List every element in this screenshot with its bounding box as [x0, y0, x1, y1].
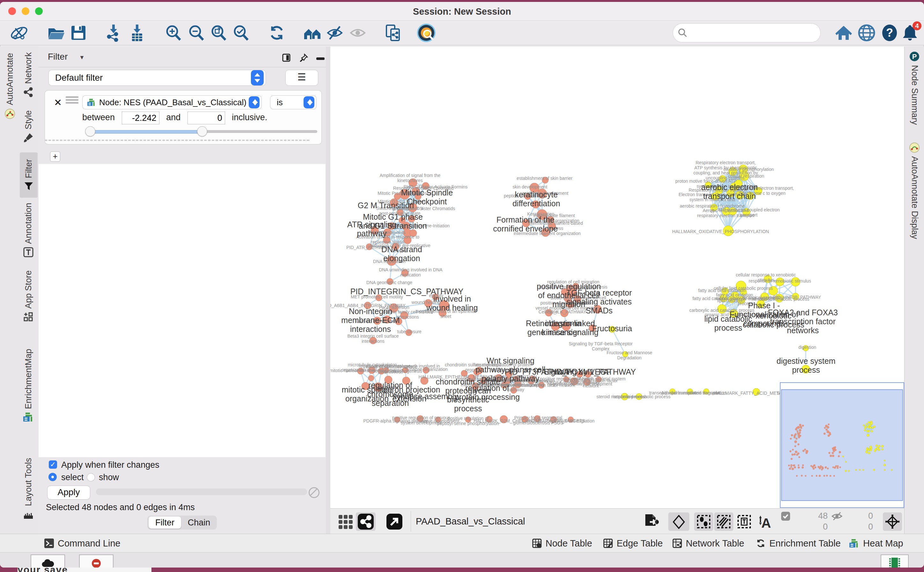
network-node[interactable] [824, 427, 826, 429]
network-node[interactable] [803, 345, 809, 351]
network-node[interactable] [876, 445, 877, 447]
network-node[interactable] [821, 469, 823, 470]
network-node[interactable] [383, 316, 391, 323]
network-node[interactable] [532, 201, 539, 208]
network-node[interactable] [835, 466, 837, 467]
home-icon[interactable] [835, 24, 853, 42]
hide-selected-icon[interactable] [326, 24, 344, 42]
network-node[interactable] [727, 190, 734, 197]
network-node[interactable] [818, 466, 820, 468]
apply-button[interactable]: Apply [47, 486, 90, 500]
network-node[interactable] [399, 189, 410, 199]
network-node[interactable] [404, 236, 411, 244]
network-node[interactable] [828, 435, 829, 437]
network-node[interactable] [799, 432, 801, 433]
network-node[interactable] [421, 377, 428, 384]
sidebar-tab-annotation[interactable]: Annotation [20, 203, 37, 257]
network-node[interactable] [561, 309, 568, 317]
network-node[interactable] [868, 426, 870, 428]
network-node[interactable] [468, 374, 475, 382]
birds-eye-toggle-button[interactable] [883, 512, 902, 531]
network-node[interactable] [757, 300, 765, 308]
network-node[interactable] [825, 466, 826, 468]
network-node[interactable] [389, 303, 398, 312]
network-node[interactable] [584, 378, 590, 385]
network-node[interactable] [798, 466, 800, 468]
network-node[interactable] [776, 278, 784, 286]
network-node[interactable] [834, 467, 836, 469]
sidebar-tab-app-store[interactable]: App Store [20, 270, 37, 322]
open-session-icon[interactable] [47, 24, 65, 42]
network-node[interactable] [833, 450, 835, 452]
network-node[interactable] [399, 217, 405, 224]
network-node[interactable] [728, 167, 737, 176]
network-node[interactable] [545, 309, 552, 316]
network-node[interactable] [799, 429, 801, 431]
network-node[interactable] [813, 465, 815, 466]
network-node[interactable] [864, 429, 866, 431]
network-node[interactable] [432, 294, 439, 300]
network-node[interactable] [589, 325, 596, 332]
memory-status-button[interactable] [31, 555, 65, 567]
network-node[interactable] [798, 465, 799, 466]
network-node[interactable] [839, 451, 841, 453]
network-node[interactable] [723, 226, 733, 236]
filter-attribute-select[interactable]: Node: NES (PAAD_Basal_vs_Classical) [82, 95, 262, 109]
network-node[interactable] [804, 449, 806, 450]
network-node[interactable] [794, 435, 796, 437]
network-node[interactable] [796, 454, 798, 455]
network-node[interactable] [495, 374, 503, 382]
network-node[interactable] [729, 208, 736, 215]
network-node[interactable] [373, 317, 381, 325]
network-node[interactable] [801, 475, 803, 476]
network-node[interactable] [791, 458, 792, 460]
network-node[interactable] [859, 469, 860, 470]
network-node[interactable] [868, 452, 870, 454]
network-node[interactable] [832, 466, 834, 468]
network-node[interactable] [791, 277, 800, 286]
network-node[interactable] [848, 470, 850, 472]
footer-tab-filter[interactable]: Filter [149, 516, 181, 528]
mode-show-radio[interactable] [87, 473, 95, 482]
network-node[interactable] [863, 425, 864, 426]
network-node[interactable] [368, 375, 374, 381]
search-input[interactable] [690, 25, 815, 40]
network-node[interactable] [410, 230, 417, 236]
network-node[interactable] [506, 371, 512, 378]
network-node[interactable] [461, 370, 467, 376]
network-node[interactable] [870, 427, 871, 429]
network-node[interactable] [722, 288, 728, 295]
network-node[interactable] [832, 452, 834, 454]
annotation-mode-button[interactable] [668, 512, 690, 531]
network-node[interactable] [513, 376, 519, 382]
network-edge[interactable] [369, 246, 396, 247]
network-node[interactable] [797, 432, 799, 434]
network-node[interactable] [769, 286, 778, 295]
network-node[interactable] [385, 376, 392, 384]
enrichmentmap-icon[interactable] [416, 23, 436, 43]
network-node[interactable] [802, 465, 804, 466]
network-node[interactable] [837, 467, 838, 468]
network-node[interactable] [534, 415, 540, 422]
network-node[interactable] [439, 309, 446, 317]
network-node[interactable] [408, 215, 415, 222]
network-node[interactable] [819, 468, 821, 469]
network-node[interactable] [799, 424, 801, 426]
panel-divider[interactable] [326, 47, 331, 534]
network-node[interactable] [867, 434, 869, 437]
network-node[interactable] [884, 460, 885, 461]
footer-tab-chain[interactable]: Chain [182, 516, 216, 528]
network-node[interactable] [798, 437, 800, 438]
network-node[interactable] [525, 193, 531, 200]
add-condition-button[interactable]: + [50, 151, 60, 162]
network-node[interactable] [392, 243, 399, 250]
network-node[interactable] [870, 449, 872, 451]
notifications-icon[interactable]: 4 [901, 24, 919, 42]
network-node[interactable] [803, 450, 804, 452]
network-node[interactable] [878, 449, 880, 451]
network-node[interactable] [862, 469, 864, 470]
network-node[interactable] [368, 367, 375, 374]
network-node[interactable] [868, 430, 870, 432]
slider-min-thumb[interactable] [85, 126, 95, 137]
network-node[interactable] [472, 382, 479, 390]
